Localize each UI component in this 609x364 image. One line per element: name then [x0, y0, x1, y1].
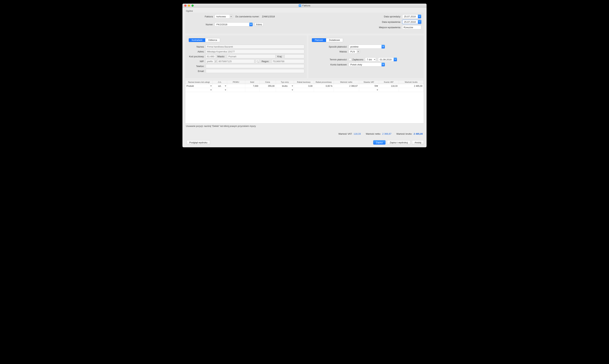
delete-hint: Usuwanie pozycji: naciśnij "Delete" lub …: [186, 125, 424, 127]
cancel-button[interactable]: Anuluj: [412, 140, 424, 144]
bank-account-label: Konto bankowe:: [322, 63, 349, 66]
dropdown-icon[interactable]: [210, 90, 212, 90]
tab-platnosc[interactable]: Płatność: [312, 38, 326, 42]
document-icon: [299, 4, 301, 7]
email-label: Email:: [188, 70, 206, 72]
save-button[interactable]: Zapisz: [373, 140, 385, 144]
number-value: FK/2/2018: [216, 23, 227, 26]
tab-odbiorca[interactable]: Odbiorca: [205, 38, 220, 42]
cell-type: brutto: [276, 84, 294, 88]
total-vat-value: 118,33: [354, 132, 361, 135]
date-issue-label: Data wystawienia:: [362, 21, 402, 23]
kraj-input[interactable]: [284, 54, 304, 58]
cell-pkwiu[interactable]: [227, 84, 245, 88]
table-row[interactable]: Produkt szt. 7,000 355,00 brutto 0,00 0,…: [185, 84, 424, 88]
currency-select[interactable]: PLN: [349, 50, 360, 53]
chevron-down-icon[interactable]: [373, 59, 376, 60]
dropdown-icon[interactable]: [292, 90, 293, 90]
email-input[interactable]: [206, 69, 304, 73]
col-net[interactable]: Wartość netto: [334, 80, 359, 84]
section-general-label: Ogólne: [186, 10, 424, 12]
dropdown-icon[interactable]: [210, 86, 212, 86]
dropdown-icon[interactable]: [292, 86, 293, 86]
nip-input[interactable]: [217, 59, 254, 63]
edit-button[interactable]: Edytuj: [255, 23, 264, 26]
cell-vat[interactable]: 118,33: [379, 84, 399, 88]
cell-price[interactable]: 355,00: [260, 84, 276, 88]
close-icon[interactable]: [184, 4, 186, 7]
adres-label: Adres:: [188, 50, 206, 53]
col-name[interactable]: Nazwa towaru lub usługi: [185, 80, 212, 84]
cell-qty[interactable]: 7,000: [245, 84, 260, 88]
minimize-icon[interactable]: [188, 4, 190, 7]
payment-method-value: przelew: [350, 45, 358, 48]
window-title-text: Faktura: [302, 4, 310, 7]
preview-button[interactable]: Podgląd wydruku: [187, 140, 210, 144]
place-issue-input[interactable]: [402, 25, 421, 29]
cell-net[interactable]: 2 366,67: [334, 84, 359, 88]
cell-gross[interactable]: 2 485,00: [399, 84, 424, 88]
col-jm[interactable]: J.m.: [212, 80, 227, 84]
faktura-label: Faktura:: [188, 15, 215, 18]
col-price[interactable]: Cena: [260, 80, 276, 84]
window-controls: [184, 4, 194, 7]
miasto-input[interactable]: [227, 54, 276, 58]
date-sale-label: Data sprzedaży:: [362, 15, 402, 18]
table-row-empty[interactable]: [185, 88, 424, 92]
kraj-label: Kraj:: [277, 55, 284, 58]
cell-vatrate: 5%: [359, 84, 379, 88]
paid-label: Zapłacono: [352, 58, 363, 61]
tab-kontrahent[interactable]: Kontrahent: [189, 38, 205, 42]
bank-account-value: Polski złoty: [350, 63, 362, 66]
due-date-input[interactable]: 01.08.2018: [378, 57, 397, 62]
col-type[interactable]: Typ ceny: [276, 80, 294, 84]
regon-input[interactable]: [271, 59, 304, 63]
adres-input[interactable]: [206, 50, 304, 53]
items-table: Nazwa towaru lub usługi J.m. PKWiU Ilość…: [185, 80, 424, 123]
total-net-value: 2 366,67: [382, 132, 391, 135]
dropdown-icon[interactable]: [225, 86, 226, 86]
nazwa-input[interactable]: [206, 45, 304, 49]
app-window: Faktura Ogólne Faktura: końcowa Do zamów…: [183, 4, 426, 147]
header-panel: Faktura: końcowa Do zamówienia numer: ZA…: [185, 13, 424, 34]
currency-label: Waluta:: [322, 50, 349, 53]
date-sale-value: 25.07.2018: [404, 15, 416, 18]
dropdown-icon[interactable]: [377, 86, 378, 86]
telefon-input[interactable]: [206, 64, 304, 68]
miasto-label: Miasto:: [217, 55, 226, 58]
save-print-button[interactable]: Zapisz i wydrukuj: [387, 140, 410, 144]
number-select[interactable]: FK/2/2018: [215, 22, 253, 26]
paid-checkbox[interactable]: [349, 58, 351, 61]
contractor-panel: Kontrahent Odbiorca Nazwa: Adres: Kod po…: [185, 35, 307, 78]
nip-prefix-input[interactable]: [206, 59, 214, 63]
payment-method-select[interactable]: przelew: [349, 45, 385, 49]
col-qty[interactable]: Ilość: [245, 80, 260, 84]
faktura-type-select[interactable]: końcowa: [215, 14, 233, 18]
total-gross-value: 2 485,00: [413, 132, 423, 135]
tab-dodatkowe[interactable]: Dodatkowe: [326, 38, 343, 42]
cell-jm: szt.: [212, 84, 227, 88]
date-issue-input[interactable]: 25.07.2018: [402, 20, 421, 24]
cell-discpct[interactable]: 0,00 %: [314, 84, 334, 88]
payment-method-label: Sposób płatności:: [322, 45, 349, 48]
number-label: Numer:: [188, 23, 215, 26]
col-discamt[interactable]: Rabat kwotowy: [294, 80, 314, 84]
col-pkwiu[interactable]: PKWiU: [227, 80, 245, 84]
total-gross-label: Wartość brutto:: [396, 132, 412, 135]
cell-discamt[interactable]: 0,00: [294, 84, 314, 88]
kod-input[interactable]: [206, 54, 216, 58]
payment-tabs: Płatność Dodatkowe: [312, 38, 343, 42]
date-sale-input[interactable]: 25.07.2018: [402, 14, 421, 18]
zoom-icon[interactable]: [191, 4, 194, 7]
col-vatrate[interactable]: Stawka VAT: [359, 80, 379, 84]
col-gross[interactable]: Wartość brutto: [399, 80, 424, 84]
bank-account-select[interactable]: Polski złoty: [349, 63, 385, 66]
dropdown-icon[interactable]: [377, 90, 378, 90]
dropdown-icon[interactable]: [225, 90, 226, 90]
col-vat[interactable]: Kwota VAT: [379, 80, 399, 84]
days-stepper[interactable]: 7 dni: [365, 57, 376, 62]
nip-search-button[interactable]: [255, 59, 260, 63]
order-label: Do zamówienia numer:: [235, 15, 261, 18]
kod-label: Kod pocztowy:: [188, 55, 206, 58]
col-discpct[interactable]: Rabat procentowy: [314, 80, 334, 84]
